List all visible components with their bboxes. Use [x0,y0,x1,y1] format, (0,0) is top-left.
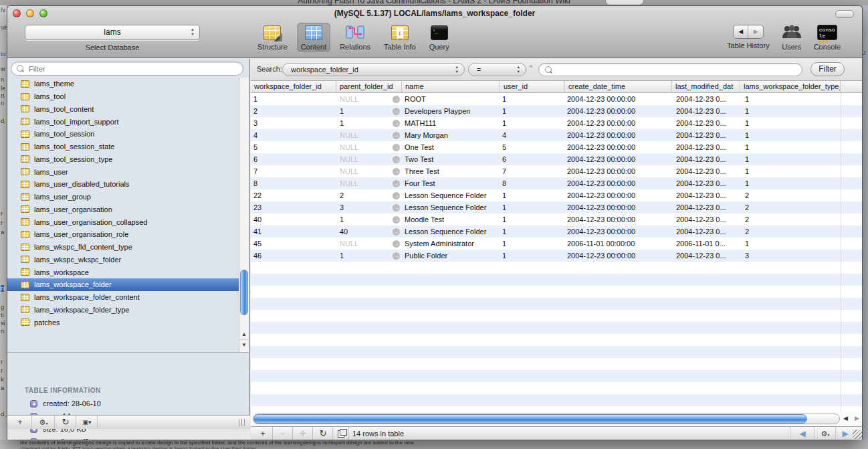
cell-name[interactable]: Public Folder [405,250,447,262]
previous-page-button[interactable]: ◀ [792,427,812,440]
open-folder-arrow-icon[interactable]: → [393,192,400,199]
toolbar-relations-button[interactable]: Relations [336,23,374,52]
open-folder-arrow-icon[interactable]: → [393,180,400,187]
cell-workspace_folder_id[interactable]: 8 [253,177,257,189]
cell-lams_workspace_folder_type_id[interactable]: 1 [745,93,749,105]
cell-last_modified_dat[interactable]: 2004-12-23 0... [676,201,726,213]
cell-workspace_folder_id[interactable]: 2 [253,105,257,117]
search-operator-select[interactable]: = ▲▼ [468,63,526,76]
horizontal-scrollbar-track[interactable] [253,414,840,424]
cell-lams_workspace_folder_type_id[interactable]: 1 [745,153,749,165]
table-row[interactable]: 45NULL→System Administrator12006-11-01 0… [251,238,863,250]
content-search-field[interactable] [538,63,802,76]
cell-lams_workspace_folder_type_id[interactable]: 1 [745,141,749,153]
table-row[interactable]: 461→Public Folder12004-12-23 00:00:00200… [251,250,863,262]
cell-user_id[interactable]: 1 [502,250,506,262]
cell-create_date_time[interactable]: 2004-12-23 00:00:00 [567,141,635,153]
table-row[interactable]: 6NULL→Two Test62004-12-23 00:00:002004-1… [251,153,863,165]
sidebar-item-lams_tool_content[interactable]: lams_tool_content [7,103,239,116]
cell-parent_folder_id[interactable]: 1 [340,105,344,117]
column-header-user_id[interactable]: user_id [500,81,565,92]
cell-last_modified_dat[interactable]: 2004-12-23 0... [676,177,726,189]
cell-name[interactable]: System Administrator [405,238,474,250]
cell-lams_workspace_folder_type_id[interactable]: 2 [745,189,749,201]
cell-user_id[interactable]: 8 [502,177,506,189]
cell-workspace_folder_id[interactable]: 5 [253,141,257,153]
open-folder-arrow-icon[interactable]: → [393,144,400,151]
toolbar-table-info-button[interactable]: iTable Info [380,23,420,52]
next-page-button[interactable]: ▶ [837,427,854,440]
cell-name[interactable]: ROOT [405,93,426,105]
table-filter-input[interactable] [29,64,229,74]
sidebar-resize-grip[interactable] [239,419,246,426]
sidebar-item-lams_tool_session_state[interactable]: lams_tool_session_state [7,141,239,153]
users-button[interactable]: Users [782,25,802,51]
open-folder-arrow-icon[interactable]: → [393,204,400,211]
cell-name[interactable]: Lesson Sequence Folder [405,226,486,238]
column-header-create_date_time[interactable]: create_date_time [565,81,672,92]
cell-last_modified_dat[interactable]: 2004-12-23 0... [676,117,726,129]
open-folder-arrow-icon[interactable]: → [393,216,400,223]
duplicate-row-button[interactable]: ✛ [295,427,311,440]
sidebar-item-lams_user[interactable]: lams_user [7,165,239,178]
sidebar-item-lams_tool_session_type[interactable]: lams_tool_session_type [7,153,239,166]
table-row[interactable]: 4NULL→Mary Morgan42004-12-23 00:00:00200… [251,129,863,141]
cell-parent_folder_id[interactable]: NULL [340,238,358,250]
scroll-right-button[interactable]: ▶ [855,415,859,422]
cell-name[interactable]: Lesson Sequence Folder [405,189,486,201]
cell-lams_workspace_folder_type_id[interactable]: 1 [745,177,749,189]
cell-create_date_time[interactable]: 2006-11-01 00:00:00 [567,238,635,250]
cell-workspace_folder_id[interactable]: 1 [253,93,257,105]
table-row[interactable]: 31→MATH11112004-12-23 00:00:002004-12-23… [251,117,863,129]
toolbar-collapse-button[interactable] [835,10,854,18]
sidebar-item-lams_workspace_folder_type[interactable]: lams_workspace_folder_type [7,304,239,317]
cell-create_date_time[interactable]: 2004-12-23 00:00:00 [567,93,635,105]
open-folder-arrow-icon[interactable]: → [393,96,400,103]
add-row-button[interactable]: + [255,427,271,440]
sidebar-item-lams_user_group[interactable]: lams_user_group [7,191,239,203]
cell-name[interactable]: Mary Morgan [405,129,448,141]
pagination-gear-button[interactable]: ⚙▾ [817,427,834,440]
open-folder-arrow-icon[interactable]: → [393,168,400,175]
cell-create_date_time[interactable]: 2004-12-23 00:00:00 [567,105,635,117]
cell-lams_workspace_folder_type_id[interactable]: 1 [745,238,749,250]
open-folder-arrow-icon[interactable]: → [393,156,400,163]
cell-parent_folder_id[interactable]: 1 [340,213,344,226]
cell-name[interactable]: One Test [405,141,434,153]
cell-workspace_folder_id[interactable]: 41 [253,226,261,238]
cell-lams_workspace_folder_type_id[interactable]: 2 [745,201,749,213]
cell-user_id[interactable]: 1 [502,189,506,201]
cell-parent_folder_id[interactable]: NULL [340,141,358,153]
sidebar-item-lams_workspace_folder[interactable]: lams_workspace_folder [7,278,239,291]
cell-lams_workspace_folder_type_id[interactable]: 1 [745,117,749,129]
cell-create_date_time[interactable]: 2004-12-23 00:00:00 [567,189,635,201]
open-folder-arrow-icon[interactable]: → [393,120,400,127]
content-search-input[interactable] [558,65,792,75]
cell-lams_workspace_folder_type_id[interactable]: 1 [745,165,749,177]
cell-parent_folder_id[interactable]: NULL [340,153,358,165]
cell-user_id[interactable]: 1 [502,213,506,226]
cell-create_date_time[interactable]: 2004-12-23 00:00:00 [567,153,635,165]
cell-create_date_time[interactable]: 2004-12-23 00:00:00 [567,213,635,226]
search-field-select[interactable]: workspace_folder_id ▲▼ [282,63,465,76]
cell-last_modified_dat[interactable]: 2004-12-23 0... [676,226,726,238]
cell-lams_workspace_folder_type_id[interactable]: 2 [745,213,749,226]
open-folder-arrow-icon[interactable]: → [393,108,400,115]
cell-user_id[interactable]: 5 [502,141,506,153]
sidebar-item-lams_theme[interactable]: lams_theme [7,78,239,90]
table-row[interactable]: 5NULL→One Test52004-12-23 00:00:002004-1… [251,141,863,153]
column-header-last_modified_dat[interactable]: last_modified_dat [672,81,740,92]
sidebar-item-lams_wkspc_fld_content_type[interactable]: lams_wkspc_fld_content_type [7,241,239,254]
cell-user_id[interactable]: 1 [502,105,506,117]
cell-workspace_folder_id[interactable]: 6 [253,153,257,165]
cell-last_modified_dat[interactable]: 2006-11-01 0... [676,238,726,250]
cell-name[interactable]: Four Test [405,177,435,189]
table-row[interactable]: 1NULL→ROOT12004-12-23 00:00:002004-12-23… [251,93,863,105]
column-header-name[interactable]: name [402,81,500,92]
open-folder-arrow-icon[interactable]: → [393,228,400,236]
console-button[interactable]: console off Console [814,25,841,51]
sidebar-item-lams_tool[interactable]: lams_tool [7,90,239,103]
open-folder-arrow-icon[interactable]: → [393,240,400,248]
open-folder-arrow-icon[interactable]: → [393,252,400,260]
cell-parent_folder_id[interactable]: 3 [340,201,344,213]
